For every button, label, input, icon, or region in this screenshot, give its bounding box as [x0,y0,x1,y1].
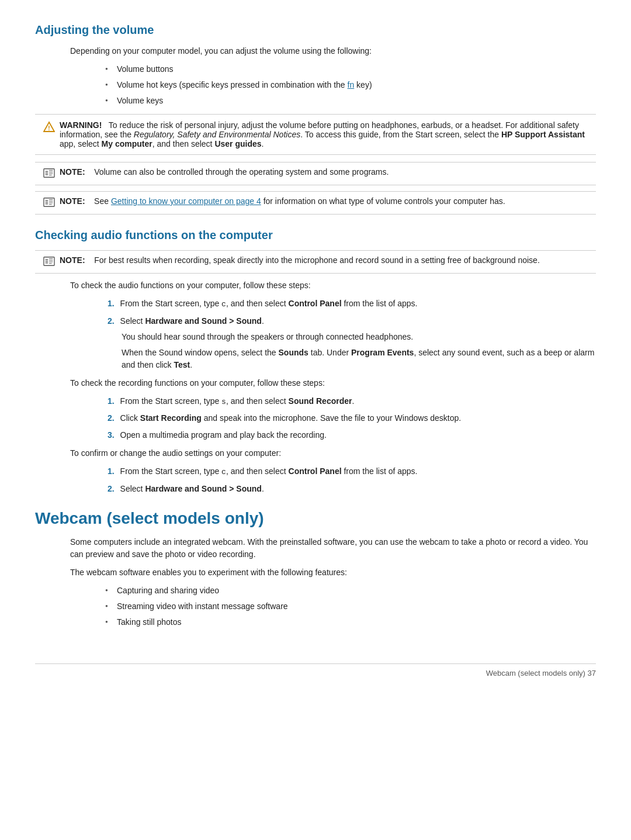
step-2-sub-1: You should hear sound through the speake… [122,331,596,343]
getting-to-know-link[interactable]: Getting to know your computer on page 4 [111,196,261,206]
bullet-webcam-2: Streaming video with instant message sof… [105,600,596,613]
audio-intro-3: To confirm or change the audio settings … [70,447,596,459]
note-2-text: NOTE: See Getting to know your computer … [60,196,505,206]
step-num-rec-2: 2. [108,413,115,423]
note-icon-2 [43,197,55,209]
step-num-2: 2. [108,316,115,326]
note-box-1: NOTE: Volume can also be controlled thro… [35,162,596,185]
svg-rect-2 [44,169,54,178]
bullet-webcam-3: Taking still photos [105,616,596,628]
audio-step-1-1: 1. From the Start screen, type c, and th… [105,298,596,310]
audio-steps-1: 1. From the Start screen, type c, and th… [105,298,596,371]
svg-rect-10 [44,198,54,207]
audio-steps-3: 1. From the Start screen, type c, and th… [105,465,596,495]
fn-link[interactable]: fn [348,80,355,89]
warning-box: ! WARNING! To reduce the risk of persona… [35,114,596,155]
step-num-conf-2: 2. [108,484,115,493]
note-box-audio: NOTE: For best results when recording, s… [35,250,596,274]
step-num-conf-1: 1. [108,466,115,476]
step-num-rec-1: 1. [108,396,115,406]
adjusting-volume-intro: Depending on your computer model, you ca… [70,45,596,57]
note-audio-label: NOTE: [60,255,85,265]
warning-label: WARNING! [60,120,102,130]
warning-icon: ! [43,121,55,134]
note-box-2: NOTE: See Getting to know your computer … [35,191,596,215]
footer-text: Webcam (select models only) 37 [486,669,596,677]
svg-text:!: ! [48,125,50,132]
step-2-sub-2: When the Sound window opens, select the … [122,347,596,371]
bullet-volume-buttons: Volume buttons [105,63,596,75]
audio-intro-1: To check the audio functions on your com… [70,279,596,292]
webcam-intro-2: The webcam software enables you to exper… [70,566,596,579]
adjusting-volume-title: Adjusting the volume [35,23,596,37]
warning-text: WARNING! To reduce the risk of personal … [60,120,588,148]
audio-step-2-2: 2. Click Start Recording and speak into … [105,412,596,424]
code-c-1: c [221,300,226,309]
note-icon-audio [43,256,55,268]
code-s: s [221,397,226,406]
audio-step-3-1: 1. From the Start screen, type c, and th… [105,465,596,478]
step-num-1: 1. [108,299,115,308]
audio-steps-2: 1. From the Start screen, type s, and th… [105,395,596,442]
audio-intro-2: To check the recording functions on your… [70,377,596,389]
checking-audio-title: Checking audio functions on the computer [35,229,596,242]
bullet-volume-keys: Volume keys [105,95,596,107]
note-1-label: NOTE: [60,167,85,177]
bullet-volume-hotkeys: Volume hot keys (specific keys pressed i… [105,79,596,91]
adjusting-volume-section: Adjusting the volume Depending on your c… [35,23,596,215]
note-icon-1 [43,168,55,180]
audio-step-3-2: 2. Select Hardware and Sound > Sound. [105,483,596,495]
note-audio-text: NOTE: For best results when recording, s… [60,255,540,265]
audio-step-2-1: 1. From the Start screen, type s, and th… [105,395,596,408]
svg-rect-18 [44,257,54,266]
webcam-title: Webcam (select models only) [35,509,596,528]
note-2-label: NOTE: [60,196,85,206]
audio-step-1-2: 2. Select Hardware and Sound > Sound. Yo… [105,315,596,371]
code-c-2: c [221,468,226,476]
bullet-webcam-1: Capturing and sharing video [105,585,596,597]
volume-bullet-list: Volume buttons Volume hot keys (specific… [105,63,596,107]
page-footer: Webcam (select models only) 37 [35,663,596,677]
step-num-rec-3: 3. [108,430,115,440]
audio-step-2-3: 3. Open a multimedia program and play ba… [105,429,596,441]
note-1-text: NOTE: Volume can also be controlled thro… [60,167,389,177]
webcam-section: Webcam (select models only) Some compute… [35,509,596,628]
checking-audio-section: Checking audio functions on the computer… [35,229,596,495]
webcam-bullet-list: Capturing and sharing video Streaming vi… [105,585,596,628]
webcam-intro-1: Some computers include an integrated web… [70,536,596,561]
